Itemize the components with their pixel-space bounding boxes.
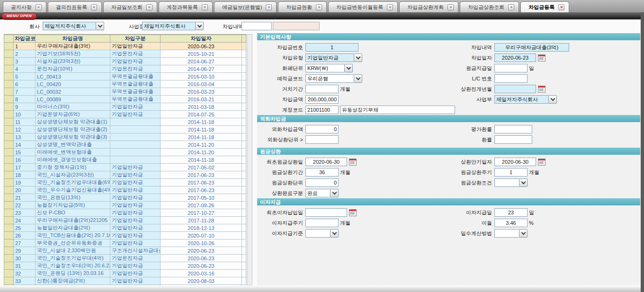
cell-name[interactable]: 농협일반자금대출(2억) [36,224,110,232]
cell-filler[interactable] [242,88,246,96]
row-selector[interactable] [4,80,14,88]
cell-name[interactable]: LC_00413 [36,73,110,80]
row-selector[interactable] [4,262,14,270]
row-selector[interactable] [4,224,14,232]
chevron-down-icon[interactable] [344,64,353,72]
grace-period-input[interactable] [305,85,339,93]
cell-filler[interactable] [242,232,246,239]
cell-code[interactable]: 18 [14,171,36,179]
cell-filler[interactable] [242,209,246,217]
cell-code[interactable]: 10 [14,111,36,118]
cell-code[interactable]: 33 [14,277,36,285]
row-selector[interactable] [4,232,14,239]
loan-desc-filter-input[interactable] [242,22,272,30]
cell-code[interactable]: 27 [14,239,36,247]
cell-date[interactable]: 2020-03-16 [161,270,242,277]
cell-type[interactable]: 기업운전자금 [110,50,161,58]
row-selector[interactable] [4,73,14,80]
tab-close-icon[interactable]: × [202,4,208,10]
lc-no-input[interactable] [494,74,528,83]
cell-date[interactable]: 2018-12-13 [161,224,242,232]
cell-type[interactable]: 기업일반자금 [110,217,161,224]
table-row[interactable]: 11삼성생명단체보험 약관대출(1)2014-11-18 [4,118,246,126]
row-selector[interactable] [4,194,14,202]
cell-code[interactable]: 14 [14,141,36,149]
cell-name[interactable]: 삼성생명단체보험 약관대출(3) [36,133,110,141]
cell-date[interactable]: 2020-10-26 [161,239,242,247]
row-selector[interactable] [4,118,14,126]
table-row[interactable]: 18국민_시설자금(23억3천)기업일반자금2017-06-23 [4,171,246,179]
cell-date[interactable]: 2017-05-02 [161,164,242,171]
chevron-down-icon[interactable] [548,95,557,104]
cell-type[interactable]: 기업일반자금 [110,111,161,118]
cell-type[interactable]: 기업운전자금 [110,255,161,262]
cell-date[interactable]: 2014-11-18 [161,156,242,164]
cell-code[interactable]: 4 [14,65,36,73]
site-select[interactable]: 제일저지주식회사 [142,22,204,30]
cell-filler[interactable] [242,202,246,209]
tab-차입금등록[interactable]: 차입금등록× [520,1,569,12]
interest-rate-input[interactable]: 3.46 [494,219,528,227]
interest-cycle-input[interactable] [305,219,339,227]
chevron-down-icon[interactable] [519,229,528,238]
cell-filler[interactable] [242,186,246,194]
table-row[interactable]: 10기업운영자금(6억)기업일반자금2014-07-25 [4,111,246,118]
chevron-down-icon[interactable] [96,22,104,30]
cell-date[interactable]: 2017-06-23 [161,171,242,179]
cell-type[interactable]: 기업일반자금 [110,262,161,270]
cell-filler[interactable] [242,224,246,232]
cell-date[interactable]: 2014-07-25 [161,111,242,118]
row-selector[interactable] [4,111,14,118]
cell-type[interactable]: 기업일반자금 [110,164,161,171]
cell-filler[interactable] [242,164,246,171]
cell-name[interactable]: 삼성생명단체보험 약관대출(2) [36,126,110,133]
cell-name[interactable]: 국민_시설대 2,330백만원 [36,247,110,255]
cell-date[interactable]: 2017-11-28 [161,217,242,224]
cell-date[interactable]: 2020-08-03 [161,277,242,285]
tab-결의전표등록[interactable]: 결의전표등록× [48,1,102,12]
cell-name[interactable]: 국민_TCB신용대출(2억) 20.7.10 [36,232,110,239]
company-select[interactable]: 제일저지주식회사 [43,22,104,30]
cell-code[interactable]: 17 [14,164,36,171]
cell-type[interactable]: 무역포괄금융대출 [110,80,161,88]
first-interest-date-input[interactable] [305,208,347,217]
cell-date[interactable]: 2017-09-26 [161,202,242,209]
cell-filler[interactable] [242,217,246,224]
cell-code[interactable]: 6 [14,80,36,88]
cell-filler[interactable] [242,239,246,247]
cell-name[interactable]: 국민_기술창조우대(2억) 20.6.23 [36,262,110,270]
cell-name[interactable]: 기업운영자금(6억) [36,111,110,118]
tab-close-icon[interactable]: × [91,4,97,10]
row-selector[interactable] [4,202,14,209]
account-code-input[interactable]: 21001100 [305,106,339,114]
table-row[interactable]: 14삼성생명_변액약관대출2014-11-20 [4,141,246,149]
cell-type[interactable]: 기업일반자금 [110,171,161,179]
table-row[interactable]: 29국민_시설대 2,330백만원구조개선시설자금대출2020-06-23 [4,247,246,255]
cell-type[interactable]: 구조개선시설자금대출 [110,247,161,255]
cell-date[interactable]: 2017-06-23 [161,179,242,186]
cell-date[interactable]: 2014-06-27 [161,58,242,65]
cell-type[interactable]: 기업일반자금 [110,209,161,217]
cell-type[interactable] [110,133,161,141]
interest-basis-select[interactable] [305,229,339,238]
cell-name[interactable]: 신한(-)통장예금(2억) [36,277,110,285]
cell-type[interactable]: 기업일반자금 [110,194,161,202]
row-selector[interactable] [4,171,14,179]
row-selector[interactable] [4,186,14,194]
tab-close-icon[interactable]: × [558,4,564,10]
tab-close-icon[interactable]: × [266,4,272,10]
cell-filler[interactable] [242,133,246,141]
cell-type[interactable]: 무역포괄금융대출 [110,73,161,80]
row-selector[interactable] [4,149,14,156]
loan-amount-input[interactable]: 200,000,000 [305,95,339,104]
cell-name[interactable]: LC_00089 [36,96,110,103]
cell-date[interactable]: 2020-06-23 [161,255,242,262]
tab-close-icon[interactable]: × [36,4,42,10]
cell-name[interactable]: LC_00032 [36,88,110,96]
cell-name[interactable]: 우리구매자금대출(2억)221205 [36,217,110,224]
table-row[interactable]: 16미래에셋_경영인보험대출2014-11-18 [4,156,246,164]
cell-name[interactable]: 삼성생명단체보험 약관대출(1) [36,118,110,126]
row-selector[interactable] [4,58,14,65]
fx-unit-input[interactable] [305,135,339,144]
cell-date[interactable]: 2020-06-23 [161,43,242,50]
